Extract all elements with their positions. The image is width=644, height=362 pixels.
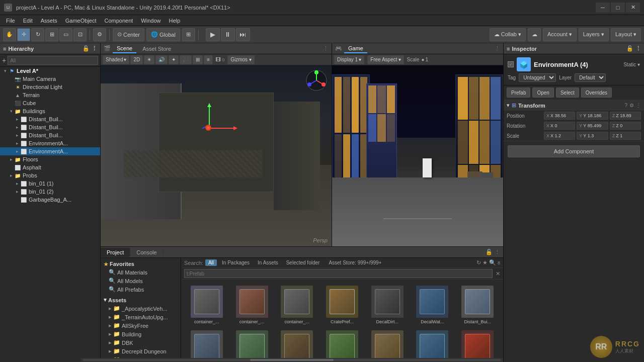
folder-decrepit[interactable]: ▸ 📁 Decrepit Dungeon <box>101 347 181 355</box>
display-dropdown[interactable]: Display 1 ▾ <box>334 55 364 64</box>
overrides-btn[interactable]: Overrides <box>581 87 612 98</box>
game-canvas[interactable] <box>332 65 503 246</box>
asset-distant-2[interactable]: Distant_Bui... <box>185 328 228 362</box>
scale-y-val[interactable]: YY 1.3 <box>577 132 608 140</box>
hierarchy-search-input[interactable] <box>8 56 98 65</box>
open-btn[interactable]: Open <box>532 87 553 98</box>
transform-section-header[interactable]: ▾ ⊞ Transform ? ⚙ ⋮ <box>504 100 644 111</box>
asset-container-2[interactable]: container_... <box>230 284 274 326</box>
asset-container-3[interactable]: container_... <box>275 284 318 326</box>
asset-dumpster-2[interactable]: dumpster_... <box>275 328 318 362</box>
tree-item-garbage[interactable]: ⬜ GarbageBag_A... <box>0 196 100 204</box>
assets-header[interactable]: ▾ Assets <box>101 296 181 304</box>
search-clear-btn[interactable]: ✕ <box>496 270 500 277</box>
add-hierarchy-btn[interactable]: + <box>2 56 6 64</box>
center-dropdown[interactable]: ⊙ Center <box>113 28 144 41</box>
global-dropdown[interactable]: 🌐 Global <box>146 28 180 41</box>
tree-item-terrain[interactable]: ▲ Terrain <box>0 91 100 99</box>
folder-allsky[interactable]: ▸ 📁 AllSkyFree <box>101 321 181 330</box>
pause-button[interactable]: ⏸ <box>221 28 235 41</box>
rot-z-val[interactable]: ZZ 0 <box>610 122 641 130</box>
add-component-button[interactable]: Add Component <box>508 145 640 157</box>
shading-dropdown[interactable]: Shaded ▾ <box>103 55 129 64</box>
asset-distant-1[interactable]: Distant_Bui... <box>456 284 499 326</box>
grid-btn[interactable]: ⊞ <box>193 55 203 64</box>
transform-help-icon[interactable]: ? <box>624 103 627 108</box>
cloud-btn[interactable]: ☁ <box>528 28 541 41</box>
tree-item-floors[interactable]: ▸ 📁 Floors <box>0 155 100 163</box>
rotate-tool[interactable]: ↻ <box>31 28 44 41</box>
layers-dropdown[interactable]: Layers ▾ <box>579 28 609 41</box>
account-dropdown[interactable]: Account ▾ <box>543 28 577 41</box>
tab-scene[interactable]: Scene <box>113 44 136 53</box>
tree-item-distant-2[interactable]: ▸ ⬜ Distant_Buil... <box>0 123 100 131</box>
tree-item-asphalt[interactable]: ⬜ Asphalt <box>0 163 100 171</box>
tree-item-env-a2[interactable]: ▸ ⬜ EnvironmentA... <box>0 147 100 155</box>
asset-fire-hydrant[interactable]: fire_hydra... <box>456 328 499 362</box>
pos-y-val[interactable]: YY 18.186 <box>577 112 608 120</box>
tree-item-bin1[interactable]: ▸ ⬜ bin_01 (1) <box>0 179 100 188</box>
tree-item-distant-1[interactable]: ▸ ⬜ Distant_Buil... <box>0 115 100 123</box>
inspector-more-icon[interactable]: ⋮ <box>635 45 641 52</box>
all-materials-folder[interactable]: 🔍 All Materials <box>101 268 181 277</box>
tree-item-buildings[interactable]: ▾ 📁 Buildings <box>0 107 100 115</box>
tab-asset-store[interactable]: Asset Store <box>138 45 175 53</box>
object-enabled-checkbox[interactable] <box>508 61 514 67</box>
search-selected-folder[interactable]: Selected folder <box>283 259 323 266</box>
asset-environment[interactable]: Environme... <box>411 328 454 362</box>
audio-btn[interactable]: 🔊 <box>155 55 168 64</box>
game-more-btn[interactable]: ⋮ <box>495 45 500 52</box>
all-models-folder[interactable]: 🔍 All Models <box>101 277 181 285</box>
asset-container-1[interactable]: container_... <box>185 284 228 326</box>
assets-scrollbar[interactable] <box>181 358 503 362</box>
bottom-lock-icon[interactable]: 🔓 <box>486 249 493 255</box>
layout-dropdown[interactable]: Layout ▾ <box>611 28 641 41</box>
folder-apocalyptic[interactable]: ▸ 📁 _ApocalypticVeh... <box>101 304 181 313</box>
step-button[interactable]: ⏭ <box>236 28 250 41</box>
rot-x-val[interactable]: XX 0 <box>544 122 575 130</box>
all-prefabs-folder[interactable]: 🔍 All Prefabs <box>101 285 181 294</box>
scale-tool[interactable]: ⊞ <box>45 28 58 41</box>
inspector-static-label[interactable]: Static ▾ <box>623 62 640 67</box>
scale-z-val[interactable]: ZZ 1 <box>610 132 641 140</box>
aspect-dropdown[interactable]: Free Aspect ▾ <box>367 55 404 64</box>
assets-star-icon[interactable]: ★ <box>482 259 488 266</box>
tab-project[interactable]: Project <box>101 248 130 257</box>
collab-dropdown[interactable]: ☁ Collab ▾ <box>490 28 526 41</box>
tree-item-probs[interactable]: ▸ 📁 Probs <box>0 171 100 179</box>
tree-item-bin2[interactable]: ▸ ⬜ bin_01 (2) <box>0 188 100 196</box>
2d-btn[interactable]: 2D <box>130 55 143 64</box>
tree-item-cube[interactable]: ⬛ Cube <box>0 99 100 107</box>
snap-tool[interactable]: ⊞ <box>182 28 195 41</box>
close-button[interactable]: ✕ <box>626 3 640 13</box>
search-all[interactable]: All <box>205 259 217 266</box>
search-in-assets[interactable]: In Assets <box>255 259 281 266</box>
rect-tool[interactable]: ▭ <box>59 28 72 41</box>
transform-settings-icon[interactable]: ⚙ <box>629 103 634 108</box>
maximize-button[interactable]: □ <box>611 3 625 13</box>
play-button[interactable]: ▶ <box>206 28 220 41</box>
tree-item-main-camera[interactable]: 📷 Main Camera <box>0 75 100 83</box>
assets-refresh-icon[interactable]: ↻ <box>476 259 481 266</box>
tree-item-dir-light[interactable]: ☀ Directional Light <box>0 83 100 91</box>
custom-tool-1[interactable]: ⚙ <box>93 28 106 41</box>
bottom-more-icon[interactable]: ⋮ <box>495 249 500 255</box>
assets-search-icon[interactable]: 🔍 <box>489 259 496 266</box>
prefab-btn[interactable]: Prefab <box>507 87 530 98</box>
folder-dbk[interactable]: ▸ 📁 DBK <box>101 338 181 347</box>
tree-item-distant-3[interactable]: ▸ ⬜ Distant_Buil... <box>0 131 100 139</box>
menu-component[interactable]: Component <box>100 17 137 25</box>
asset-crate[interactable]: CratePref... <box>320 284 364 326</box>
rot-y-val[interactable]: YY 85.499 <box>577 122 608 130</box>
menu-edit[interactable]: Edit <box>19 17 37 25</box>
asset-dumpster-4[interactable]: dumpster_... <box>366 328 409 362</box>
pos-z-val[interactable]: ZZ 18.89 <box>610 112 641 120</box>
menu-help[interactable]: Help <box>165 17 184 25</box>
tab-game[interactable]: Game <box>344 44 367 53</box>
menu-gameobject[interactable]: GameObject <box>61 17 101 25</box>
tag-dropdown[interactable]: Untagged <box>519 73 556 82</box>
hand-tool[interactable]: ✋ <box>3 28 16 41</box>
hierarchy-lock-icon[interactable]: 🔓 <box>83 45 90 52</box>
orientation-gizmo[interactable] <box>305 69 328 92</box>
lighting-btn[interactable]: ☀ <box>144 55 154 64</box>
